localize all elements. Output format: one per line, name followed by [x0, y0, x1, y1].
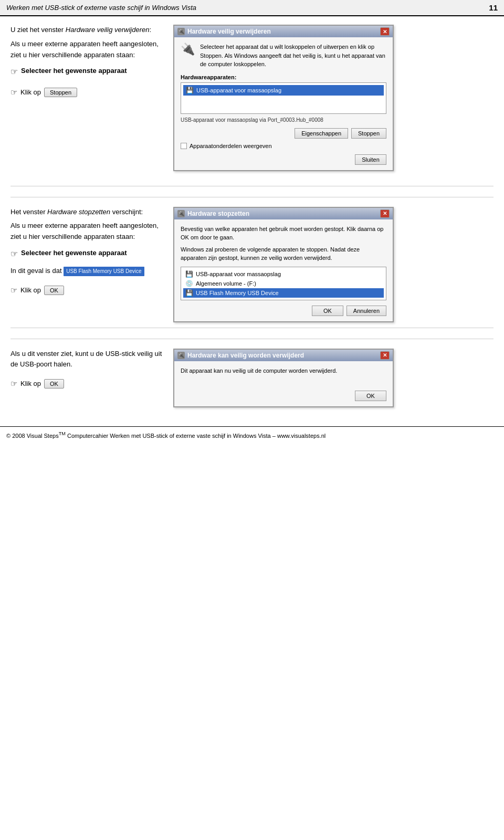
dialog2-device3[interactable]: 💾 USB Flash Memory USB Device [183, 288, 384, 298]
section1: U ziet het venster Hardware veilig verwi… [10, 25, 494, 171]
dialog1-checkbox-label: Apparaatonderdelen weergeven [190, 143, 272, 149]
dialog2-btn-row: OK Annuleren [181, 306, 386, 316]
dialog3-icon: 🔌 [177, 352, 185, 359]
dialog3-info-text: Dit apparaat kan nu veilig uit de comput… [181, 366, 386, 375]
dialog3-title-left: 🔌 Hardware kan veilig worden verwijderd [177, 352, 304, 359]
section3: Als u dit venster ziet, kunt u de USB-st… [10, 339, 494, 408]
dialog1: 🔌 Hardware veilig verwijderen ✕ 🔌 Select… [173, 25, 394, 171]
dialog2-info-text2: Windows zal proberen de volgende apparat… [181, 245, 386, 262]
dialog2-info-text1: Bevestig van welke apparaten het gebruik… [181, 225, 386, 242]
dialog1-listbox[interactable]: 💾 USB-apparaat voor massaopslag [181, 82, 386, 114]
dialog2-body: Bevestig van welke apparaten het gebruik… [174, 219, 393, 321]
dialog2-device3-label: USB Flash Memory USB Device [196, 290, 279, 296]
page-header: Werken met USB-stick of externe vaste sc… [0, 0, 504, 16]
dialog1-checkbox-row: Apparaatonderdelen weergeven [181, 143, 386, 149]
disk-icon: 💿 [185, 280, 193, 287]
section1-intro: U ziet het venster Hardware veilig verwi… [10, 25, 163, 36]
section2-instruction-line: ☞ Selecteer het gewenste apparaat [10, 248, 163, 261]
dialog1-titlebar: 🔌 Hardware veilig verwijderen ✕ [174, 26, 393, 37]
dialog1-status-text: USB-apparaat voor massaopslag via Port_#… [181, 117, 386, 123]
page-title: Werken met USB-stick of externe vaste sc… [6, 4, 196, 12]
usb-icon2: 💾 [185, 270, 193, 278]
klik-op-icon2: ☞ [10, 284, 17, 297]
dialog2-device2[interactable]: 💿 Algemeen volume - (F:) [183, 279, 384, 288]
dialog1-info-row: 🔌 Selecteer het apparaat dat u wilt losk… [181, 43, 386, 69]
dialog2-listbox[interactable]: 💾 USB-apparaat voor massaopslag 💿 Algeme… [181, 267, 386, 300]
dialog2-title-left: 🔌 Hardware stopzetten [177, 210, 249, 217]
dialog2-device1[interactable]: 💾 USB-apparaat voor massaopslag [183, 269, 384, 279]
stoppen-inline-button[interactable]: Stoppen [44, 88, 77, 97]
usb-flash-icon: 💾 [185, 289, 193, 297]
dialog1-title: Hardware veilig verwijderen [187, 28, 271, 35]
section1-text: U ziet het venster Hardware veilig verwi… [10, 25, 163, 99]
section3-dialog-area: 🔌 Hardware kan veilig worden verwijderd … [173, 349, 494, 408]
klik-op-icon3: ☞ [10, 377, 17, 390]
dialog2-ok-button[interactable]: OK [312, 306, 343, 316]
page-footer: © 2008 Visual StepsTM Computercahier Wer… [0, 426, 504, 443]
dialog2-annuleren-button[interactable]: Annuleren [346, 306, 386, 316]
divider1 [10, 186, 494, 186]
dialog1-device1[interactable]: 💾 USB-apparaat voor massaopslag [183, 85, 384, 96]
section2-klik-op-line: ☞ Klik op OK [10, 284, 163, 297]
section1-instruction: Selecteer het gewenste apparaat [21, 66, 127, 77]
klik-op-icon1: ☞ [10, 86, 17, 99]
dialog1-sluiten-button[interactable]: Sluiten [355, 154, 386, 165]
dialog1-device1-inner: 💾 USB-apparaat voor massaopslag [186, 87, 381, 94]
dialog1-body: 🔌 Selecteer het apparaat dat u wilt losk… [174, 37, 393, 170]
dialog1-title-left: 🔌 Hardware veilig verwijderen [177, 28, 271, 35]
section2-para1: Als u meer externe apparaten heeft aange… [10, 220, 163, 243]
footer-text1: © 2008 Visual Steps [6, 433, 59, 439]
section1-dialog-area: 🔌 Hardware veilig verwijderen ✕ 🔌 Select… [173, 25, 494, 171]
section3-text: Als u dit venster ziet, kunt u de USB-st… [10, 349, 163, 391]
footer-tm: TM [59, 431, 66, 436]
klik-op-label1: Klik op [20, 87, 41, 98]
dialog1-info-icon: 🔌 [181, 43, 195, 69]
dialog1-hardware-label: Hardwareapparaten: [181, 74, 386, 80]
dialog1-eigenschappen-button[interactable]: Eigenschappen [295, 128, 348, 139]
ok-inline-button[interactable]: OK [44, 286, 64, 295]
section2-dialog-area: 🔌 Hardware stopzetten ✕ Bevestig van wel… [173, 207, 494, 322]
dialog3-close-button[interactable]: ✕ [380, 351, 390, 360]
dialog3-btn-row: OK [181, 391, 386, 401]
section2-text: Het venster Hardware stopzetten verschij… [10, 207, 163, 297]
dialog1-info-text: Selecteer het apparaat dat u wilt loskop… [200, 43, 386, 69]
section1-klik-op-line: ☞ Klik op Stoppen [10, 86, 163, 99]
section1-instruction-line: ☞ Selecteer het gewenste apparaat [10, 66, 163, 79]
divider2 [10, 328, 494, 328]
page-number: 11 [489, 3, 498, 12]
usb-icon1: 💾 [186, 87, 194, 94]
section3-klik-op-line: ☞ Klik op OK [10, 377, 163, 390]
dialog1-btn-row: Eigenschappen Stoppen [181, 128, 386, 139]
finger-icon: ☞ [10, 65, 18, 79]
section2-extra-text: In dit geval is dat USB Flash Memory USB… [10, 266, 163, 277]
klik-op-label2: Klik op [20, 285, 41, 296]
dialog2-title: Hardware stopzetten [187, 210, 249, 217]
dialog3-body: Dit apparaat kan nu veilig uit de comput… [174, 361, 393, 407]
dialog2-close-button[interactable]: ✕ [380, 209, 390, 218]
dialog1-stoppen-button[interactable]: Stoppen [351, 128, 386, 139]
main-content: U ziet het venster Hardware veilig verwi… [0, 16, 504, 416]
dialog2: 🔌 Hardware stopzetten ✕ Bevestig van wel… [173, 207, 394, 322]
footer-text2: Computercahier Werken met USB-stick of e… [67, 433, 326, 439]
dialog1-icon: 🔌 [177, 28, 185, 35]
dialog1-close-button[interactable]: ✕ [380, 27, 390, 36]
section2-instruction: Selecteer het gewenste apparaat [21, 248, 127, 259]
section2-intro: Het venster Hardware stopzetten verschij… [10, 207, 163, 218]
dialog2-device2-label: Algemeen volume - (F:) [196, 280, 256, 287]
finger-icon2: ☞ [10, 247, 18, 261]
dialog1-sluiten-row: Sluiten [181, 154, 386, 165]
dialog1-checkbox[interactable] [181, 143, 187, 149]
dialog2-titlebar: 🔌 Hardware stopzetten ✕ [174, 208, 393, 219]
dialog2-device1-label: USB-apparaat voor massaopslag [196, 271, 281, 277]
dialog1-device1-label: USB-apparaat voor massaopslag [196, 87, 281, 93]
dialog3-ok-button[interactable]: OK [355, 391, 386, 401]
section3-para1: Als u dit venster ziet, kunt u de USB-st… [10, 349, 163, 371]
dialog3-title: Hardware kan veilig worden verwijderd [187, 352, 304, 359]
ok-inline-button2[interactable]: OK [44, 379, 64, 388]
dialog3: 🔌 Hardware kan veilig worden verwijderd … [173, 349, 394, 408]
dialog2-icon: 🔌 [177, 210, 185, 217]
section1-para1: Als u meer externe apparaten heeft aange… [10, 39, 163, 61]
klik-op-label3: Klik op [20, 379, 41, 390]
usb-tag: USB Flash Memory USB Device [64, 267, 144, 276]
dialog3-titlebar: 🔌 Hardware kan veilig worden verwijderd … [174, 350, 393, 361]
